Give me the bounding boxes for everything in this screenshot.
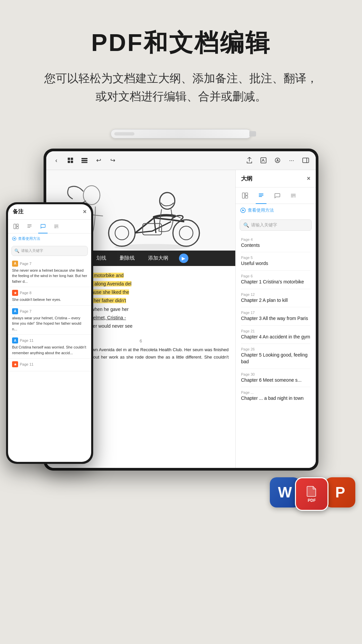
notes-tab-thumbnail[interactable]	[11, 222, 21, 231]
tab-thumbnail[interactable]	[240, 190, 250, 201]
note-icon-2: ★	[12, 290, 18, 296]
notes-list: A Page 7 She never wore a helmet because…	[8, 258, 91, 462]
note-icon-3: A	[12, 308, 18, 314]
notes-help-link[interactable]: 查看使用方法	[8, 233, 91, 244]
underline-button[interactable]: 划线	[94, 254, 109, 263]
search-placeholder: 请输入关键字	[251, 222, 308, 228]
search-icon: 🔍	[243, 222, 249, 228]
tab-more[interactable]	[288, 190, 299, 201]
notes-search-icon: 🔍	[14, 249, 19, 253]
notes-search-box[interactable]: 🔍 请输入关键字	[11, 246, 88, 256]
tab-outline[interactable]	[256, 190, 266, 201]
svg-rect-6	[81, 162, 87, 163]
outline-item-contents[interactable]: Page 4 Contents	[236, 235, 316, 252]
share-button[interactable]	[244, 155, 255, 166]
layout1-button[interactable]	[65, 155, 76, 166]
phone-device: 备注 × 查看使用方法	[6, 202, 93, 464]
notes-tabs	[8, 220, 91, 233]
svg-rect-32	[14, 224, 16, 229]
notes-tab-settings[interactable]	[52, 222, 61, 231]
outline-item-chapter2[interactable]: Page 12 Chapter 2 A plan to kill	[236, 290, 316, 307]
highlight-button[interactable]: A	[272, 155, 283, 166]
pdf-app-icon[interactable]: PDF	[295, 477, 328, 511]
notes-close-button[interactable]: ×	[83, 208, 86, 215]
panel-toggle-button[interactable]	[300, 155, 311, 166]
page-subtitle: 您可以轻松为文档建立大纲、添加备注、批注、翻译，或对文档进行编辑、合并或删减。	[13, 69, 349, 106]
note-item-5[interactable]: ★ Page 11	[8, 359, 91, 371]
outline-item-chapter6[interactable]: Page 30 Chapter 6 Meet someone s...	[236, 370, 316, 386]
svg-rect-21	[245, 193, 248, 195]
outline-item-chapter1[interactable]: Page 6 Chapter 1 Cristina's motorbike	[236, 271, 316, 288]
note-item-2[interactable]: ★ Page 8 She couldn't believe her eyes.	[8, 287, 91, 306]
panel-title: 大纲	[241, 175, 252, 182]
svg-point-15	[173, 220, 199, 246]
svg-marker-43	[14, 238, 15, 239]
app-icons: W PDF P	[270, 477, 355, 511]
panel-header: 大纲 ×	[236, 170, 316, 187]
svg-point-12	[83, 185, 100, 204]
tab-comments[interactable]	[272, 190, 283, 201]
svg-rect-5	[81, 160, 87, 161]
devices-area: ‹ ↩ ↪ A ···	[0, 135, 362, 538]
undo-button[interactable]: ↩	[93, 155, 104, 166]
panel-search-box[interactable]: 🔍 请输入关键字	[240, 219, 312, 231]
powerpoint-app-icon[interactable]: P	[325, 477, 355, 507]
svg-rect-34	[16, 227, 18, 229]
svg-rect-3	[71, 161, 73, 163]
svg-rect-7	[261, 158, 266, 163]
notes-tab-list[interactable]	[25, 222, 34, 231]
svg-point-18	[160, 193, 175, 209]
notes-tab-comments[interactable]	[38, 222, 48, 231]
svg-rect-1	[71, 158, 73, 160]
outline-item-useful-words[interactable]: Page 5 Useful words	[236, 253, 316, 270]
svg-marker-31	[242, 209, 244, 211]
panel-tabs	[236, 187, 316, 204]
more-button[interactable]: ···	[286, 155, 297, 166]
outline-item-chapter3[interactable]: Page 17 Chapter 3 All the way from Paris	[236, 308, 316, 325]
next-button[interactable]: ▶	[179, 254, 188, 263]
outline-item-chapter4[interactable]: Page 21 Chapter 4 An accident in the gym	[236, 326, 316, 343]
phone-screen: 备注 × 查看使用方法	[8, 204, 91, 462]
note-item-4[interactable]: A Page 11 But Cristina herself was worri…	[8, 335, 91, 359]
svg-rect-0	[68, 158, 70, 160]
layout2-button[interactable]	[79, 155, 90, 166]
svg-rect-10	[303, 158, 309, 163]
strikethrough-button[interactable]: 删除线	[117, 254, 137, 263]
svg-rect-33	[16, 224, 18, 226]
outline-item-chapter5[interactable]: Page 26 Chapter 5 Looking good, feeling …	[236, 344, 316, 368]
panel-help-link[interactable]: 查看使用方法	[236, 204, 316, 217]
notes-search-placeholder: 请输入关键字	[21, 248, 43, 253]
outline-panel: 大纲 ×	[235, 170, 316, 468]
add-outline-button[interactable]: 添加大纲	[145, 254, 171, 263]
svg-rect-2	[68, 161, 70, 163]
note-icon-5: ★	[12, 361, 18, 367]
svg-point-16	[179, 226, 193, 240]
top-section: PDF和文档编辑 您可以轻松为文档建立大纲、添加备注、批注、翻译，或对文档进行编…	[0, 0, 362, 119]
note-icon-1: A	[12, 261, 18, 267]
svg-text:A: A	[276, 159, 279, 162]
text-format-button[interactable]	[258, 155, 269, 166]
svg-point-19	[114, 244, 190, 250]
notes-title: 备注	[13, 208, 23, 215]
back-button[interactable]: ‹	[51, 155, 62, 166]
note-item-1[interactable]: A Page 7 She never wore a helmet because…	[8, 258, 91, 287]
redo-button[interactable]: ↪	[107, 155, 118, 166]
page-title: PDF和文档编辑	[13, 27, 349, 59]
outline-item-chapter-last[interactable]: Page ... Chapter ... a bad night in town	[236, 388, 316, 405]
svg-rect-4	[81, 158, 87, 159]
note-item-3[interactable]: A Page 7 always wear your helmet, Cristi…	[8, 306, 91, 335]
note-icon-4: A	[12, 337, 18, 343]
panel-close-button[interactable]: ×	[307, 175, 310, 182]
svg-point-13	[109, 220, 135, 246]
toolbar: ‹ ↩ ↪ A ···	[46, 151, 316, 170]
svg-rect-22	[245, 196, 248, 198]
notes-header: 备注 ×	[8, 204, 91, 220]
pdf-label: PDF	[308, 498, 316, 503]
svg-rect-20	[242, 193, 245, 198]
svg-point-14	[115, 226, 129, 240]
outline-list: Page 4 Contents Page 5 Useful words Page…	[236, 233, 316, 468]
